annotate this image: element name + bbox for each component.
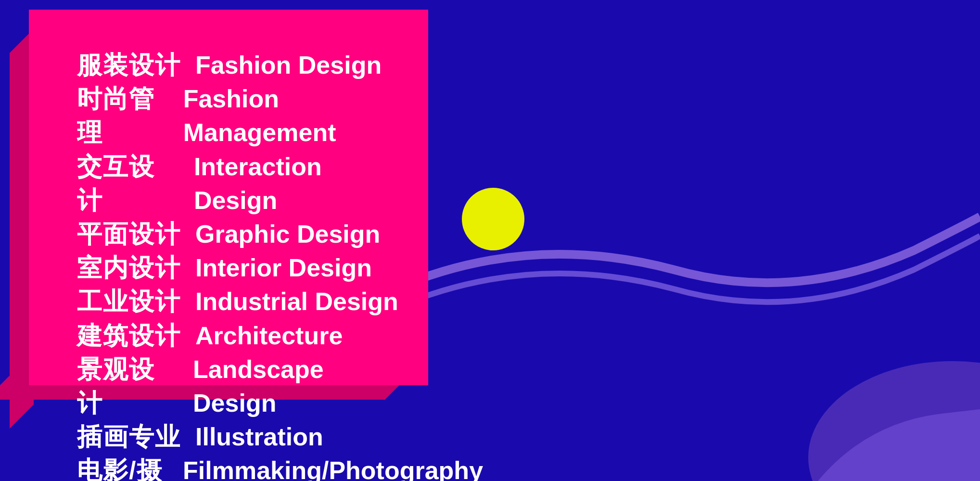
list-item: 工业设计Industrial Design bbox=[77, 285, 409, 318]
subject-english-8: Illustration bbox=[195, 420, 323, 454]
subject-chinese-8: 插画专业 bbox=[77, 420, 181, 454]
subject-english-9: Filmmaking/Photography bbox=[183, 454, 483, 481]
subject-chinese-5: 工业设计 bbox=[77, 285, 181, 318]
subject-english-4: Interior Design bbox=[195, 251, 372, 285]
subject-chinese-3: 平面设计 bbox=[77, 217, 181, 251]
list-item: 室内设计Interior Design bbox=[77, 251, 409, 285]
list-item: 时尚管理Fashion Management bbox=[77, 82, 409, 149]
list-item: 服装设计Fashion Design bbox=[77, 48, 409, 82]
subjects-list: 服装设计Fashion Design时尚管理Fashion Management… bbox=[77, 48, 409, 481]
yellow-circle-decoration bbox=[462, 188, 524, 250]
list-item: 电影/摄影Filmmaking/Photography bbox=[77, 454, 409, 481]
list-item: 建筑设计Architecture bbox=[77, 319, 409, 352]
subject-english-3: Graphic Design bbox=[195, 217, 380, 251]
subject-chinese-0: 服装设计 bbox=[77, 48, 181, 82]
list-item: 景观设计Landscape Design bbox=[77, 352, 409, 420]
subject-english-7: Landscape Design bbox=[193, 352, 409, 420]
list-item: 交互设计Interaction Design bbox=[77, 150, 409, 217]
subject-chinese-1: 时尚管理 bbox=[77, 82, 169, 149]
subject-english-5: Industrial Design bbox=[195, 285, 398, 318]
subject-english-6: Architecture bbox=[195, 319, 343, 352]
subject-english-0: Fashion Design bbox=[195, 48, 382, 82]
subject-chinese-9: 电影/摄影 bbox=[77, 454, 168, 481]
list-item: 平面设计Graphic Design bbox=[77, 217, 409, 251]
list-item: 插画专业Illustration bbox=[77, 420, 409, 454]
subject-english-1: Fashion Management bbox=[183, 82, 409, 149]
card-front-face: 服装设计Fashion Design时尚管理Fashion Management… bbox=[29, 10, 428, 385]
subject-chinese-6: 建筑设计 bbox=[77, 319, 181, 352]
subject-chinese-4: 室内设计 bbox=[77, 251, 181, 285]
subject-chinese-2: 交互设计 bbox=[77, 150, 179, 217]
subject-chinese-7: 景观设计 bbox=[77, 352, 178, 420]
subject-english-2: Interaction Design bbox=[194, 150, 409, 217]
